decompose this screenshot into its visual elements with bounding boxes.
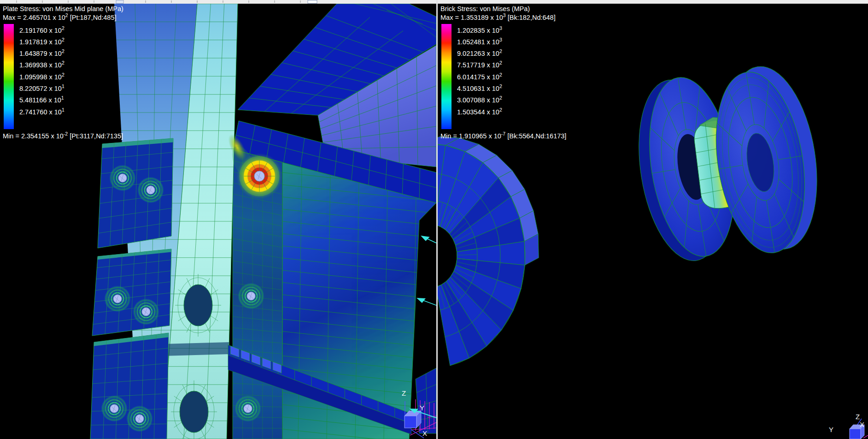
model-viewport-canvas[interactable] xyxy=(0,0,868,439)
toolbar-edge-strip xyxy=(0,0,868,4)
right-viewport-scene xyxy=(425,4,868,439)
viewport-splitter[interactable] xyxy=(436,0,438,439)
fea-application-window: Plate Stress: von Mises Mid plane (MPa) … xyxy=(0,0,868,439)
